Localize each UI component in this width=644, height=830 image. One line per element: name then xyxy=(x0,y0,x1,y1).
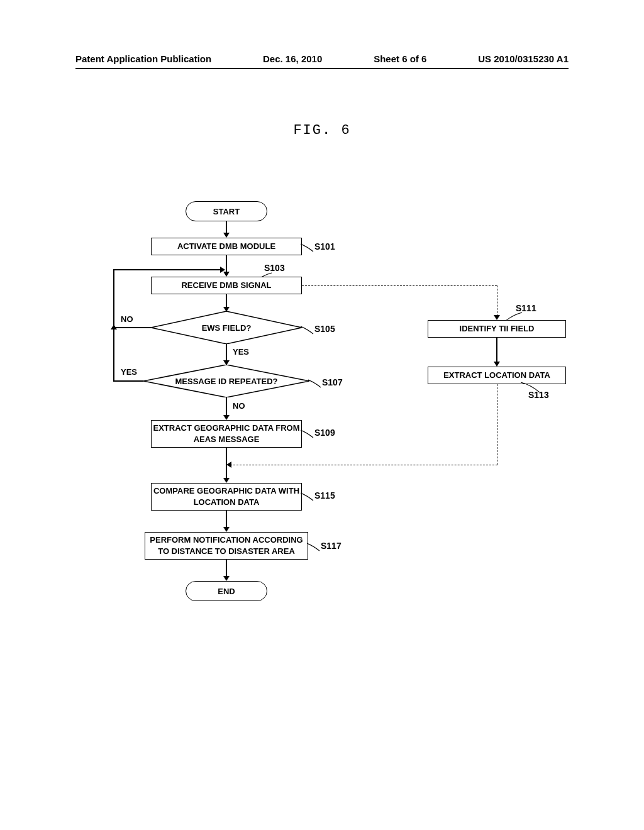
arrow-head-icon xyxy=(494,362,500,367)
arrow xyxy=(226,344,227,362)
curve-icon xyxy=(521,381,545,394)
header-divider xyxy=(75,68,569,69)
arrow xyxy=(226,294,227,308)
arrow xyxy=(113,327,151,328)
yes-label: YES xyxy=(233,347,249,357)
s107-label: S107 xyxy=(322,377,343,387)
arrow xyxy=(226,397,227,416)
arrow xyxy=(226,255,227,273)
arrow-head-icon xyxy=(226,462,231,468)
s117-process: PERFORM NOTIFICATION ACCORDING TO DISTAN… xyxy=(145,532,308,560)
s115-process: COMPARE GEOGRAPHIC DATA WITH LOCATION DA… xyxy=(151,483,302,511)
start-terminal: START xyxy=(186,201,267,221)
yes-label: YES xyxy=(121,367,137,377)
dashed-connector xyxy=(497,384,497,465)
s111-process: IDENTIFY TII FIELD xyxy=(428,320,566,338)
header-sheet: Sheet 6 of 6 xyxy=(374,53,426,64)
arrow xyxy=(226,511,227,528)
s117-label: S117 xyxy=(321,541,341,551)
arrow xyxy=(226,221,227,234)
arrow xyxy=(226,560,227,577)
arrow-head-icon xyxy=(223,478,230,483)
arrow xyxy=(113,269,114,328)
arrow xyxy=(113,380,143,382)
s105-decision: EWS FIELD? xyxy=(151,311,302,344)
header-left: Patent Application Publication xyxy=(75,53,211,64)
arrow xyxy=(113,269,221,270)
s101-label: S101 xyxy=(314,241,335,252)
s101-process: ACTIVATE DMB MODULE xyxy=(151,238,302,255)
dashed-connector xyxy=(230,465,497,465)
curve-icon xyxy=(301,429,318,439)
curve-icon xyxy=(301,243,318,253)
arrow xyxy=(113,328,114,381)
figure-title: FIG. 6 xyxy=(293,123,350,138)
arrow-head-icon xyxy=(223,527,230,532)
arrow-head-icon xyxy=(223,233,230,238)
arrow-head-icon xyxy=(220,267,225,273)
flowchart-container: START ACTIVATE DMB MODULE S101 S103 RECE… xyxy=(113,201,566,667)
end-terminal: END xyxy=(186,581,267,601)
no-label: NO xyxy=(121,314,133,324)
s103-process: RECEIVE DMB SIGNAL xyxy=(151,277,302,294)
patent-header: Patent Application Publication Dec. 16, … xyxy=(0,53,644,64)
dashed-connector xyxy=(302,285,497,286)
s109-label: S109 xyxy=(314,428,335,438)
curve-icon xyxy=(308,379,326,389)
arrow-head-icon xyxy=(223,576,230,581)
no-label: NO xyxy=(233,401,245,411)
curve-icon xyxy=(301,325,318,335)
arrow xyxy=(496,338,497,363)
curve-icon xyxy=(307,542,325,552)
header-docnum: US 2010/0315230 A1 xyxy=(478,53,569,64)
dashed-connector xyxy=(497,285,497,316)
s107-decision: MESSAGE ID REPEATED? xyxy=(143,365,309,397)
s113-process: EXTRACT LOCATION DATA xyxy=(428,367,566,384)
arrow-head-icon xyxy=(223,415,230,420)
s105-label: S105 xyxy=(314,324,335,334)
s115-label: S115 xyxy=(314,490,335,501)
arrow-head-icon xyxy=(111,324,117,329)
header-date: Dec. 16, 2010 xyxy=(263,53,322,64)
s109-process: EXTRACT GEOGRAPHIC DATA FROM AEAS MESSAG… xyxy=(151,420,302,448)
curve-icon xyxy=(301,492,318,502)
